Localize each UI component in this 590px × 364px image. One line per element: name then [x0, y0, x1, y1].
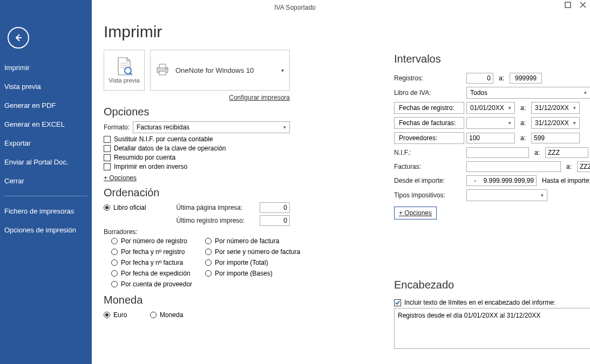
proveedores-button[interactable]: Proveedores:: [394, 132, 464, 144]
chevron-down-icon: ▾: [573, 105, 576, 111]
registros-to-input[interactable]: [510, 73, 542, 84]
encabezado-title: Encabezado: [394, 279, 590, 291]
facturas-to-input[interactable]: [577, 161, 590, 172]
fechas-registro-button[interactable]: Fechas de registro:: [394, 102, 464, 114]
chevron-down-icon: ▾: [584, 90, 587, 95]
ultimo-reg-input[interactable]: [260, 215, 290, 226]
rb-importe-total[interactable]: Por importe (Total): [205, 259, 302, 266]
proveedores-from-input[interactable]: [466, 133, 515, 143]
maximize-icon[interactable]: [564, 1, 572, 9]
sidebar-item-enviar-portal[interactable]: Enviar al Portal Doc.: [0, 153, 92, 171]
svg-point-12: [166, 68, 167, 69]
cb-detallar-clave[interactable]: Detallar datos de la clave de operación: [104, 145, 290, 152]
rb-libro-oficial[interactable]: Libro oficial: [104, 204, 173, 211]
printer-icon: [155, 63, 170, 78]
sidebar-item-exportar[interactable]: Exportar: [0, 134, 92, 153]
close-icon[interactable]: [579, 1, 587, 9]
tipos-dropdown[interactable]: ▾: [466, 189, 547, 201]
chevron-down-icon: ▾: [508, 105, 511, 111]
fecha-reg-to-dd[interactable]: 31/12/20XX▾: [531, 102, 580, 114]
rb-num-registro[interactable]: Por número de registro: [111, 237, 203, 245]
proveedores-to-input[interactable]: [531, 133, 580, 143]
page-title: Imprimir: [104, 23, 290, 41]
ultima-pagina-label: Última página impresa:: [177, 204, 256, 211]
rb-fecha-expedicion[interactable]: Por fecha de expedición: [111, 270, 203, 277]
document-magnify-icon: [116, 57, 132, 76]
configure-printer-link[interactable]: Configurar impresora: [104, 94, 290, 101]
svg-rect-11: [159, 71, 166, 75]
nif-from-input[interactable]: [466, 147, 529, 158]
formato-label: Formato:: [104, 123, 130, 131]
ultima-pagina-input[interactable]: [260, 202, 290, 213]
registros-from-input[interactable]: [466, 73, 493, 84]
printer-dropdown[interactable]: OneNote for Windows 10 ▾: [150, 50, 290, 91]
mas-opciones-link[interactable]: + Opciones: [104, 174, 137, 182]
libro-iva-label: Libro de IVA:: [394, 89, 464, 97]
main-panel: Imprimir Vista previa: [92, 15, 590, 364]
nif-label: N.I.F.:: [394, 149, 464, 156]
sidebar-item-imprimir[interactable]: Imprimir: [0, 58, 92, 77]
registros-label: Registros:: [394, 74, 464, 82]
sidebar-item-cerrar[interactable]: Cerrar: [0, 171, 92, 190]
rb-importe-bases[interactable]: Por importe (Bases): [205, 270, 302, 277]
desde-importe-label: Desde el importe:: [394, 177, 464, 184]
preview-button[interactable]: Vista previa: [104, 50, 145, 91]
rb-fecha-factura[interactable]: Por fecha y nº factura: [111, 259, 203, 266]
libro-iva-dropdown[interactable]: Todos ▾: [466, 87, 590, 99]
nif-to-input[interactable]: [545, 147, 588, 158]
sidebar-item-generar-excel[interactable]: Generar en EXCEL: [0, 115, 92, 134]
rb-euro[interactable]: Euro: [104, 311, 147, 319]
chevron-down-icon: ▾: [508, 120, 511, 126]
cb-resumido-cuenta[interactable]: Resumido por cuenta: [104, 154, 290, 161]
hasta-importe-label: Hasta el importe:: [542, 177, 590, 184]
encabezado-textarea[interactable]: [394, 308, 590, 349]
chevron-down-icon: ▾: [573, 120, 576, 126]
chevron-down-icon: ▾: [283, 125, 286, 130]
fechas-facturas-button[interactable]: Fechas de facturas:: [394, 117, 464, 129]
opciones-title: Opciones: [104, 106, 290, 118]
printer-name: OneNote for Windows 10: [175, 66, 254, 74]
preview-label: Vista previa: [108, 77, 139, 84]
sidebar-item-vista-previa[interactable]: Vista previa: [0, 77, 92, 96]
cb-sustituir-nif[interactable]: Sustituir N.I.F. por cuenta contable: [104, 135, 290, 143]
rb-fecha-registro[interactable]: Por fecha y nº registro: [111, 248, 203, 256]
sidebar-item-fichero-impresoras[interactable]: Fichero de impresoras: [0, 202, 92, 221]
back-button[interactable]: [8, 27, 29, 49]
cb-orden-inverso[interactable]: Imprimir en orden inverso: [104, 163, 290, 170]
cb-incluir-limites[interactable]: Incluir texto de límites en el encabezad…: [394, 299, 590, 306]
chevron-down-icon: ▾: [281, 67, 284, 73]
rb-num-factura[interactable]: Por número de factura: [205, 237, 302, 245]
rb-serie-factura[interactable]: Por serie y número de factura: [205, 248, 302, 256]
sidebar-item-generar-pdf[interactable]: Generar en PDF: [0, 96, 92, 115]
facturas-from-input[interactable]: [466, 161, 561, 172]
formato-dropdown[interactable]: Facturas recibidas ▾: [133, 121, 290, 133]
rb-cuenta-proveedor[interactable]: Por cuenta de proveedor: [111, 280, 203, 288]
fecha-fac-from-dd[interactable]: ▾: [466, 117, 515, 129]
svg-line-8: [130, 73, 132, 75]
sidebar: Imprimir Vista previa Generar en PDF Gen…: [0, 0, 92, 364]
svg-rect-10: [159, 64, 166, 68]
borradores-label: Borradores:: [104, 228, 290, 236]
fecha-fac-to-dd[interactable]: 31/12/20XX▾: [531, 117, 580, 129]
moneda-title: Moneda: [104, 294, 290, 306]
facturas-label: Facturas:: [394, 163, 464, 170]
ordenacion-title: Ordenación: [104, 187, 290, 199]
chevron-down-icon: ▾: [541, 193, 544, 198]
mas-opciones-intervalos-link[interactable]: + Opciones: [394, 207, 437, 219]
tipos-label: Tipos impositivos:: [394, 191, 464, 199]
fecha-reg-from-dd[interactable]: 01/01/20XX▾: [466, 102, 515, 114]
sidebar-item-opciones-impresion[interactable]: Opciones de impresión: [0, 221, 92, 239]
rb-moneda[interactable]: Moneda: [150, 311, 183, 319]
desde-importe-input[interactable]: [466, 175, 537, 186]
ultimo-reg-label: Último registro impreso:: [177, 217, 256, 224]
intervalos-title: Intervalos: [394, 53, 590, 65]
svg-rect-0: [565, 2, 571, 8]
